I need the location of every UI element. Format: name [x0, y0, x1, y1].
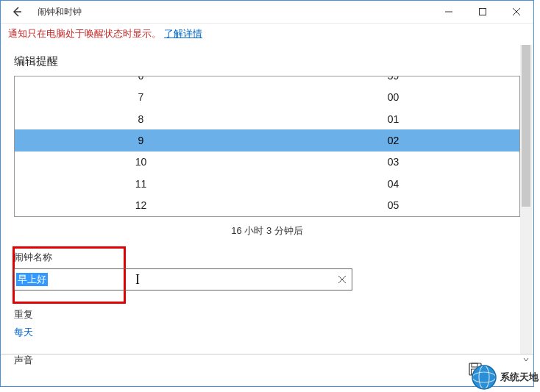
alarm-name-input[interactable]: 早上好 I [14, 268, 352, 291]
minute-cell[interactable]: 01 [267, 108, 519, 129]
hour-cell[interactable]: 7 [15, 86, 267, 107]
close-button[interactable] [500, 1, 533, 24]
close-icon [513, 8, 520, 15]
brand-text: 系统天地 [500, 371, 539, 384]
vertical-scrollbar[interactable] [520, 45, 532, 354]
clear-input-button[interactable] [338, 274, 346, 285]
minimize-button[interactable] [432, 1, 466, 24]
content-area: 编辑提醒 6 7 8 9 10 11 12 59 00 01 02 03 [1, 44, 533, 367]
repeat-section: 重复 每天 [14, 308, 520, 339]
maximize-icon [479, 8, 486, 15]
notice-link[interactable]: 了解详情 [164, 27, 202, 40]
hour-cell[interactable]: 6 [15, 76, 267, 86]
page-title: 编辑提醒 [14, 54, 520, 68]
notice-bar: 通知只在电脑处于唤醒状态时显示。 了解详情 [1, 24, 533, 44]
minute-cell[interactable]: 59 [267, 76, 519, 86]
hour-cell[interactable]: 11 [15, 173, 267, 194]
back-button[interactable] [1, 1, 33, 24]
minute-cell[interactable]: 05 [267, 195, 519, 216]
notice-text: 通知只在电脑处于唤醒状态时显示。 [8, 27, 161, 40]
hour-cell-selected[interactable]: 9 [15, 129, 267, 151]
hour-cell[interactable]: 12 [15, 195, 267, 216]
repeat-label: 重复 [14, 308, 520, 321]
globe-icon [471, 364, 497, 391]
brand-badge: 系统天地 [471, 364, 539, 391]
x-icon [338, 276, 346, 283]
alarm-name-value: 早上好 [16, 273, 48, 286]
hour-cell[interactable]: 10 [15, 152, 267, 173]
minute-cell[interactable]: 04 [267, 173, 519, 194]
alarm-name-label: 闹钟名称 [14, 251, 520, 264]
hours-column[interactable]: 6 7 8 9 10 11 12 [15, 76, 267, 216]
svg-rect-0 [480, 9, 486, 15]
minute-cell[interactable]: 00 [267, 86, 519, 107]
hour-cell[interactable]: 8 [15, 108, 267, 129]
time-summary: 16 小时 3 分钟后 [14, 224, 520, 238]
window-title: 闹钟和时钟 [38, 6, 82, 18]
repeat-value[interactable]: 每天 [14, 326, 520, 339]
time-picker[interactable]: 6 7 8 9 10 11 12 59 00 01 02 03 04 05 [14, 76, 520, 217]
maximize-button[interactable] [466, 1, 500, 24]
minimize-icon [445, 8, 452, 15]
bottom-toolbar [1, 354, 533, 386]
minutes-column[interactable]: 59 00 01 02 03 04 05 [267, 76, 519, 216]
arrow-left-icon [11, 6, 23, 18]
scrollbar-thumb[interactable] [522, 45, 530, 207]
minute-cell[interactable]: 03 [267, 152, 519, 173]
titlebar: 闹钟和时钟 [1, 1, 533, 24]
minute-cell-selected[interactable]: 02 [267, 129, 519, 151]
app-window: 闹钟和时钟 通知只在电脑处于唤醒状态时显示。 了解详情 编辑提醒 6 7 8 9… [0, 0, 534, 387]
text-cursor-icon: I [135, 272, 140, 288]
alarm-name-section: 闹钟名称 早上好 I [14, 251, 520, 291]
